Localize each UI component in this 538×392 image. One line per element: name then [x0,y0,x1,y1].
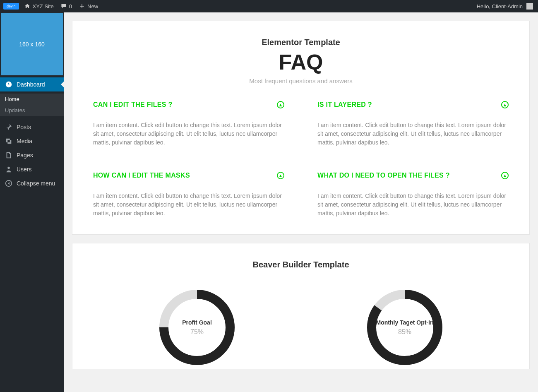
sidebar-sub-home[interactable]: Home [0,94,64,105]
dashboard-icon [5,81,12,88]
pages-icon [5,152,12,159]
submenu-label: Updates [5,107,25,113]
faq-question-text: CAN I EDIT THE FILES ? [93,101,173,108]
panel2-title: Beaver Builder Template [93,260,509,269]
chevron-up-icon: ▲ [501,101,509,108]
panel-title: FAQ [93,51,509,74]
faq-item: IS IT LAYERED ? ▲ I am item content. Cli… [317,101,509,147]
donut-percent: 75% [190,328,204,336]
donut-percent: 85% [398,328,411,336]
sidebar-label: Posts [17,124,31,130]
sidebar-label: Pages [17,152,33,159]
topbar-account[interactable]: Hello, Client-Admin [475,3,535,10]
submenu-label: Home [5,96,19,102]
sidebar-label: Dashboard [17,81,45,88]
faq-answer: I am item content. Click edit button to … [93,121,284,147]
topbar-new[interactable]: New [77,3,100,10]
donut-name: Monthly Taget Opt-In [376,319,434,326]
topbar-site-link[interactable]: XYZ Site [22,3,55,10]
collapse-icon [5,180,12,187]
beaver-panel: Beaver Builder Template Profit Goal 75% [72,243,530,369]
topbar-brand-button[interactable]: devin [3,3,19,10]
sidebar-item-users[interactable]: Users [0,162,64,176]
pin-icon [5,123,12,131]
panel-subtitle: Elementor Template [93,38,509,47]
faq-question-text: WHAT DO I NEED TO OPEN THE FILES ? [317,172,450,179]
content-area: Elementor Template FAQ Most frequent que… [64,12,538,392]
faq-item: WHAT DO I NEED TO OPEN THE FILES ? ▲ I a… [317,172,509,218]
faq-answer: I am item content. Click edit button to … [317,121,509,147]
topbar-greeting: Hello, Client-Admin [477,3,523,10]
avatar-icon [526,3,533,10]
faq-item: CAN I EDIT THE FILES ? ▲ I am item conte… [93,101,284,147]
topbar-comment-count: 0 [69,3,72,10]
sidebar-item-pages[interactable]: Pages [0,148,64,162]
sidebar-submenu: Home Updates [0,94,64,116]
admin-topbar: devin XYZ Site 0 New Hello, Client-Admin [0,0,538,12]
faq-question-text: HOW CAN I EDIT THE MASKS [93,172,190,179]
topbar-site-name: XYZ Site [33,3,54,10]
plus-icon [79,3,85,10]
faq-answer: I am item content. Click edit button to … [93,192,284,218]
faq-question-toggle[interactable]: IS IT LAYERED ? ▲ [317,101,509,108]
faq-question-text: IS IT LAYERED ? [317,101,372,108]
sidebar-sub-updates[interactable]: Updates [0,105,64,116]
svg-point-0 [7,167,10,169]
chevron-up-icon: ▲ [277,101,284,108]
home-icon [24,3,31,10]
comment-icon [60,3,67,10]
donut-chart-monthly: Monthly Taget Opt-In 85% [363,286,446,369]
user-icon [5,166,12,173]
donut-chart-profit: Profit Goal 75% [156,286,238,369]
donut-name: Profit Goal [182,319,212,326]
topbar-new-label: New [87,3,98,10]
sidebar-label: Collapse menu [17,180,55,187]
faq-question-toggle[interactable]: WHAT DO I NEED TO OPEN THE FILES ? ▲ [317,172,509,179]
sidebar-item-posts[interactable]: Posts [0,120,64,134]
sidebar-label: Users [17,166,32,173]
sidebar-label: Media [17,138,32,144]
sidebar-logo-placeholder: 160 x 160 [1,13,63,75]
elementor-panel: Elementor Template FAQ Most frequent que… [72,21,530,235]
faq-item: HOW CAN I EDIT THE MASKS ▲ I am item con… [93,172,284,218]
panel-desc: Most frequent questions and answers [93,77,509,84]
topbar-comments[interactable]: 0 [59,3,74,10]
sidebar-item-media[interactable]: Media [0,134,64,148]
faq-question-toggle[interactable]: CAN I EDIT THE FILES ? ▲ [93,101,284,108]
chevron-up-icon: ▲ [277,172,284,179]
sidebar-item-dashboard[interactable]: Dashboard [0,77,64,91]
faq-answer: I am item content. Click edit button to … [317,192,509,218]
chevron-up-icon: ▲ [501,172,509,179]
faq-question-toggle[interactable]: HOW CAN I EDIT THE MASKS ▲ [93,172,284,179]
sidebar-item-collapse[interactable]: Collapse menu [0,176,64,190]
admin-sidebar: 160 x 160 Dashboard Home Updates Posts M… [0,12,64,392]
media-icon [5,137,12,145]
